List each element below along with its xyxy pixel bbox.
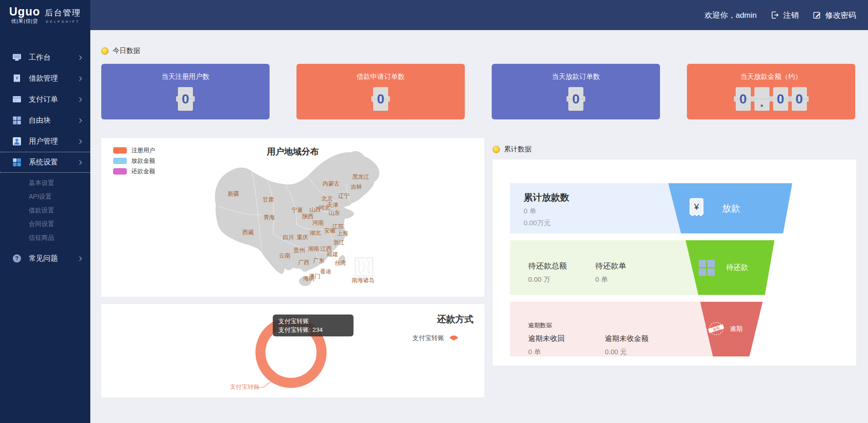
sidebar-subitem-合同设置[interactable]: 合同设置 — [0, 217, 90, 231]
sidebar-item-工作台[interactable]: 工作台 — [0, 47, 90, 68]
sidebar-item-label: 系统设置 — [29, 158, 58, 167]
province-label-云南[interactable]: 云南 — [279, 252, 291, 260]
svg-text:¥: ¥ — [15, 76, 18, 81]
users-icon — [12, 136, 22, 146]
province-label-香港[interactable]: 香港 — [320, 268, 332, 276]
counter-digit: 0 — [773, 87, 788, 111]
stat-card: 借款申请订单数0 — [296, 64, 465, 119]
province-label-福建[interactable]: 福建 — [327, 251, 338, 258]
sidebar-item-借款管理[interactable]: ¥借款管理 — [0, 68, 90, 89]
province-label-黑龙江[interactable]: 黑龙江 — [352, 173, 369, 181]
stat-card-title: 当天放款金额（约） — [687, 72, 855, 81]
voucher-icon: ¥ — [686, 197, 707, 220]
sidebar-subitem-基本设置[interactable]: 基本设置 — [0, 176, 90, 190]
chevron-right-icon — [78, 160, 82, 165]
flip-counter: 0 — [101, 87, 270, 111]
counter-digit: 0 — [792, 87, 807, 111]
blocks-icon — [12, 115, 22, 125]
tooltip-title: 支付宝转账 — [278, 317, 348, 325]
payorder-icon — [12, 94, 22, 104]
sidebar-subitem-API设置[interactable]: API设置 — [0, 190, 90, 203]
province-label-湖北[interactable]: 湖北 — [310, 229, 321, 237]
change-password-label: 修改密码 — [825, 10, 856, 21]
blocks-icon — [699, 260, 715, 276]
settings-icon — [12, 157, 22, 167]
province-label-山东[interactable]: 山东 — [329, 209, 340, 217]
province-label-安徽[interactable]: 安徽 — [324, 227, 336, 235]
pie-legend-item[interactable]: 支付宝转账 — [412, 334, 459, 342]
south-sea-inset-box — [355, 258, 373, 276]
svg-text:逾期: 逾期 — [712, 325, 720, 331]
pending-count-value: 0 单 — [595, 275, 626, 284]
sidebar-item-自由块[interactable]: 自由块 — [0, 110, 90, 131]
china-map[interactable] — [101, 138, 484, 297]
logo-wordmark: Uguo — [9, 6, 40, 17]
sidebar-item-支付订单[interactable]: 支付订单 — [0, 89, 90, 110]
counter-digit: 0 — [178, 87, 193, 111]
change-password-button[interactable]: 修改密码 — [812, 10, 856, 21]
province-label-西藏[interactable]: 西藏 — [243, 229, 254, 237]
sidebar-item-用户管理[interactable]: 用户管理 — [0, 131, 90, 152]
summary-panel: 累计放款数 0 单 0.00万元 ¥ 放款 待还款总额 0.00 万 — [493, 160, 856, 366]
province-label-上海[interactable]: 上海 — [337, 230, 348, 237]
chevron-right-icon — [78, 139, 82, 144]
flip-counter: 0.00 — [687, 87, 855, 111]
province-label-青海[interactable]: 青海 — [264, 214, 275, 222]
pending-amount-label: 待还款总额 — [528, 261, 567, 271]
province-label-浙江[interactable]: 浙江 — [333, 239, 345, 247]
counter-digit: . — [754, 87, 769, 111]
funnel-pending-banner: 待还款 — [686, 240, 774, 295]
logo-app-title: 后台管理 — [45, 7, 81, 18]
loan-total-title: 累计放款数 — [524, 191, 569, 204]
province-label-贵州[interactable]: 贵州 — [294, 247, 305, 254]
stamp-icon: 逾期 — [707, 320, 726, 339]
chart-tooltip: 支付宝转账 支付宝转账: 234 (100.00%) — [273, 315, 353, 336]
province-label-湖南[interactable]: 湖南 — [308, 245, 319, 253]
loan-icon: ¥ — [12, 73, 22, 83]
app-logo: Uguo 优|果|信|贷 后台管理 DELPSHIFT — [0, 0, 90, 30]
province-label-内蒙古[interactable]: 内蒙古 — [322, 180, 340, 188]
overdue-count-label: 逾期未收回 — [528, 334, 565, 344]
province-label-广东[interactable]: 广东 — [313, 257, 325, 265]
province-label-吉林[interactable]: 吉林 — [351, 183, 362, 191]
province-label-重庆[interactable]: 重庆 — [297, 234, 308, 242]
stat-card-title: 借款申请订单数 — [296, 72, 465, 81]
funnel-loan-label: 放款 — [722, 202, 740, 215]
sidebar-item-系统设置[interactable]: 系统设置 — [0, 152, 90, 173]
edit-icon — [812, 10, 821, 20]
province-label-新疆[interactable]: 新疆 — [228, 190, 239, 198]
province-label-海南[interactable]: 海南 — [303, 275, 315, 283]
province-label-天津[interactable]: 天津 — [327, 201, 338, 209]
province-label-广西[interactable]: 广西 — [298, 259, 310, 267]
funnel-pending-label: 待还款 — [726, 263, 748, 273]
logout-label: 注销 — [783, 10, 799, 21]
province-label-四川[interactable]: 四川 — [283, 234, 294, 242]
overdue-count-value: 0 单 — [528, 348, 565, 356]
stat-card-title: 当天注册用户数 — [101, 72, 270, 81]
province-label-辽宁[interactable]: 辽宁 — [338, 192, 350, 200]
welcome-text: 欢迎你，admin — [705, 10, 757, 21]
top-bar: Uguo 优|果|信|贷 后台管理 DELPSHIFT 欢迎你，admin 注销… — [0, 0, 868, 30]
today-section-header: 今日数据 — [101, 46, 856, 55]
sidebar-subitem-借款设置[interactable]: 借款设置 — [0, 203, 90, 217]
region-map-panel: 用户地域分布 注册用户放款金额还款金额 — [101, 138, 484, 297]
workbench-icon — [12, 52, 22, 62]
pending-amount-value: 0.00 万 — [528, 275, 567, 284]
stat-card: 当天放款订单数0 — [492, 64, 660, 119]
repayment-method-panel: 支付宝转账 支付宝转账 支付宝转账: 234 (100.00%) 还款方式 支付… — [101, 304, 484, 397]
chevron-right-icon — [78, 97, 82, 102]
chevron-right-icon — [78, 55, 82, 60]
province-label-甘肃[interactable]: 甘肃 — [263, 196, 274, 204]
stat-card-title: 当天放款订单数 — [492, 72, 660, 81]
sidebar-item-label: 借款管理 — [29, 74, 58, 83]
logo-brand-cn: 优|果|信|贷 — [9, 18, 40, 25]
province-label-宁夏[interactable]: 宁夏 — [292, 206, 303, 214]
logout-button[interactable]: 注销 — [770, 10, 799, 21]
svg-text:?: ? — [15, 255, 18, 262]
sidebar-subitem-信征商品[interactable]: 信征商品 — [0, 231, 90, 244]
overdue-amount-value: 0.00 元 — [605, 348, 649, 356]
province-label-河南[interactable]: 河南 — [312, 219, 324, 227]
province-label-台湾[interactable]: 台湾 — [335, 259, 346, 267]
sidebar-item-常见问题[interactable]: ?常见问题 — [0, 248, 90, 269]
pie-chart-title: 还款方式 — [437, 313, 473, 325]
